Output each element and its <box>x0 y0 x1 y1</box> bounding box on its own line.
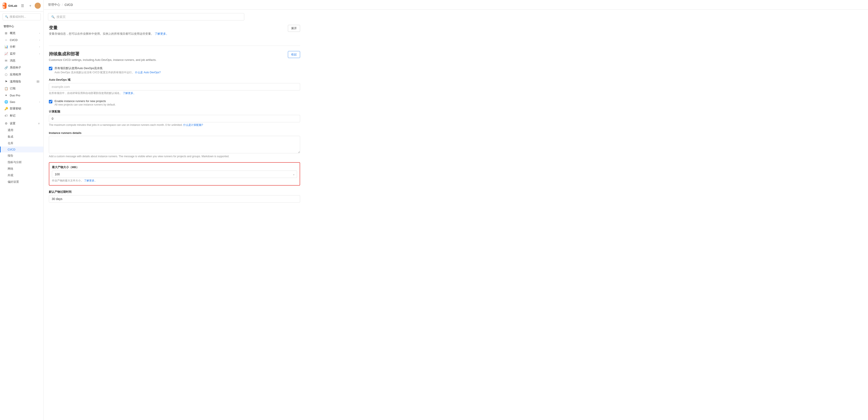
sidebar-item-abuse-reports[interactable]: ⚑ 滥用报告 0 <box>0 78 43 85</box>
breadcrumb-parent-link[interactable]: 管理中心 <box>48 3 60 7</box>
sidebar-sub-item-reports[interactable]: 报告 <box>0 153 43 159</box>
variables-expand-btn[interactable]: 展开 <box>288 25 300 32</box>
settings-sub-items: 通用 集成 仓库 CI/CD 报告 指标与分析 网络 外观 偏好设置 <box>0 127 43 185</box>
section-divider <box>49 45 300 46</box>
sidebar-sub-item-network[interactable]: 网络 <box>0 165 43 172</box>
user-avatar-btn[interactable] <box>35 3 41 9</box>
variables-section-desc: 变量存储信息，您可以在作业脚本中使用。实例上的所有项目都可以使用这些变量。 了解… <box>49 32 169 36</box>
sidebar-item-labels[interactable]: 🏷 标记 <box>0 112 43 119</box>
max-artifact-hint: 作业产物的最大文件大小。 了解更多。 <box>52 179 297 183</box>
sidebar-item-monitor[interactable]: 📈 监控 › <box>0 50 43 57</box>
sidebar-item-messages[interactable]: ✉ 消息 <box>0 57 43 64</box>
sidebar-toggle-icon: ☰ <box>21 4 24 8</box>
sidebar-section-title: 管理中心 <box>0 22 43 30</box>
sidebar-sub-item-repository[interactable]: 仓库 <box>0 140 43 147</box>
sidebar-item-label: 监控 <box>10 52 16 56</box>
auto-devops-domain-input[interactable] <box>49 83 300 91</box>
sidebar-sub-item-appearance[interactable]: 外观 <box>0 172 43 179</box>
sidebar-item-deploy-keys[interactable]: 🔑 部署密钥 <box>0 105 43 112</box>
sidebar-sub-item-preferences[interactable]: 偏好设置 <box>0 179 43 185</box>
monitor-icon: 📈 <box>4 52 8 55</box>
auto-devops-checkbox[interactable] <box>49 67 52 70</box>
cicd-section-title: 持续集成和部署 <box>49 51 157 57</box>
cicd-collapse-btn[interactable]: 收起 <box>288 51 300 58</box>
auto-devops-link[interactable]: 什么是 Auto DevOps? <box>135 71 160 74</box>
instance-runners-details-group: Instance runners details Add a custom me… <box>49 131 300 158</box>
compute-quota-group: 计算配额 The maximum compute minutes that jo… <box>49 110 300 127</box>
sidebar-item-label: 应用程序 <box>10 73 21 76</box>
auto-devops-domain-hint: 在所有项目中，自动评审应用和自动部署阶段使用的默认域名。 了解更多。 <box>49 91 300 95</box>
duo-icon: ✦ <box>4 94 8 97</box>
auto-devops-domain-link[interactable]: 了解更多。 <box>123 92 136 95</box>
compute-quota-link[interactable]: 什么是计算配额? <box>183 123 203 127</box>
labels-icon: 🏷 <box>4 114 8 117</box>
sub-item-label: 集成 <box>8 135 13 139</box>
content-inner: 变量 变量存储信息，您可以在作业脚本中使用。实例上的所有项目都可以使用这些变量。… <box>43 21 305 214</box>
sidebar-search[interactable]: 🔍 搜索或转到... <box>3 13 41 20</box>
sidebar-item-system-hooks[interactable]: 🔗 系统钩子 <box>0 64 43 71</box>
max-artifact-size-label: 最大产物大小（MB） <box>52 165 297 169</box>
apps-icon: ⬡ <box>4 73 8 76</box>
chevron-icon: › <box>39 101 40 103</box>
sidebar-item-geo[interactable]: 🌐 Geo › <box>0 99 43 105</box>
sidebar-item-subscription[interactable]: 📋 订阅 <box>0 85 43 92</box>
instance-runners-details-input[interactable] <box>49 136 300 153</box>
max-artifact-size-select[interactable]: 100 200 500 1000 <box>52 170 297 178</box>
subscription-icon: 📋 <box>4 87 8 90</box>
sub-item-label: CI/CD <box>8 148 15 151</box>
auto-devops-label: 所有项目默认使用Auto DevOps流水线 <box>55 66 161 70</box>
sidebar-item-label: CI/CD <box>10 38 18 42</box>
sidebar-toggle-btn[interactable]: ☰ <box>19 2 26 9</box>
sub-item-label: 报告 <box>8 154 13 158</box>
sidebar-sub-item-general[interactable]: 通用 <box>0 127 43 133</box>
plus-icon: ＋ <box>29 3 32 8</box>
sub-item-label: 指标与分析 <box>8 160 22 164</box>
sub-item-label: 偏好设置 <box>8 180 19 184</box>
variables-learn-more-link[interactable]: 了解更多。 <box>155 32 169 35</box>
sidebar-item-overview[interactable]: ⊞ 概览 › <box>0 30 43 37</box>
cicd-icon: ↔ <box>4 38 8 42</box>
chevron-icon: › <box>39 53 40 55</box>
sidebar-item-analytics[interactable]: 📊 分析 › <box>0 43 43 50</box>
auto-devops-desc: Auto DevOps 流水线默认在没有 CI/CD 配置文件的所有项目中运行。… <box>55 71 161 74</box>
app-name: GitLab <box>8 4 17 7</box>
compute-quota-input[interactable] <box>49 115 300 122</box>
sidebar-sub-item-metrics[interactable]: 指标与分析 <box>0 159 43 165</box>
abuse-icon: ⚑ <box>4 80 8 83</box>
topbar: 管理中心 / CI/CD <box>43 0 868 9</box>
deploy-keys-icon: 🔑 <box>4 107 8 110</box>
compute-quota-label: 计算配额 <box>49 110 300 114</box>
variables-section-header: 变量 变量存储信息，您可以在作业脚本中使用。实例上的所有项目都可以使用这些变量。… <box>49 25 300 39</box>
overview-icon: ⊞ <box>4 31 8 35</box>
sidebar-sub-item-integrations[interactable]: 集成 <box>0 133 43 140</box>
sidebar-item-label: 标记 <box>10 114 16 118</box>
hooks-icon: 🔗 <box>4 66 8 69</box>
main-content: 管理中心 / CI/CD 🔍 变量 变量存储信息，您可以在作业脚本中使用。实例上… <box>43 0 868 420</box>
sidebar-item-label: 概览 <box>10 31 16 35</box>
max-artifact-link[interactable]: 了解更多。 <box>84 179 97 182</box>
sidebar-top: 极狐 GitLab ☰ ＋ <box>0 0 43 11</box>
breadcrumb-separator: / <box>62 3 63 6</box>
variables-section-title: 变量 <box>49 25 169 31</box>
sub-item-label: 仓库 <box>8 141 13 145</box>
sidebar-sub-item-cicd[interactable]: CI/CD <box>0 147 43 153</box>
chevron-icon: › <box>39 39 40 41</box>
default-artifact-expiry-input[interactable] <box>49 195 300 202</box>
instance-runners-details-hint: Add a custom message with details about … <box>49 155 300 158</box>
instance-runners-details-label: Instance runners details <box>49 131 300 134</box>
sidebar-item-cicd[interactable]: ↔ CI/CD › <box>0 37 43 43</box>
settings-icon: ⚙ <box>4 122 8 125</box>
instance-runners-checkbox[interactable] <box>49 100 52 103</box>
variables-section: 变量 变量存储信息，您可以在作业脚本中使用。实例上的所有项目都可以使用这些变量。… <box>49 25 300 39</box>
default-artifact-expiry-label: 默认产物过期时间 <box>49 190 300 194</box>
sidebar-item-settings[interactable]: ⚙ 设置 ∨ <box>0 120 43 127</box>
new-item-btn[interactable]: ＋ <box>27 2 34 9</box>
sidebar-item-applications[interactable]: ⬡ 应用程序 <box>0 71 43 78</box>
sub-item-label: 通用 <box>8 128 13 132</box>
instance-runners-desc: All new projects can use instance runner… <box>55 103 116 106</box>
chevron-icon: › <box>39 32 40 34</box>
sidebar-search-label: 搜索或转到... <box>9 15 26 19</box>
sidebar-item-duo-pro[interactable]: ✦ Duo Pro <box>0 92 43 99</box>
content-search-input[interactable] <box>57 15 241 19</box>
sidebar: 极狐 GitLab ☰ ＋ 🔍 搜索或转到... 管理中心 ⊞ 概览 › ↔ C… <box>0 0 43 420</box>
